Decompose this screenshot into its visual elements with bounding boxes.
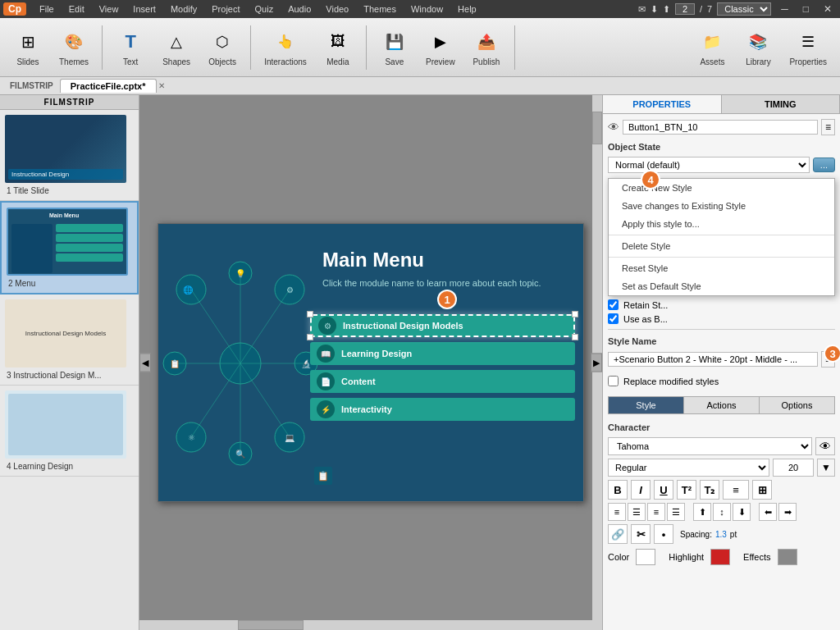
obj-menu-btn[interactable]: ≡ <box>821 119 835 135</box>
use-as-checkbox[interactable] <box>608 313 619 324</box>
menu-modify[interactable]: Modify <box>164 2 203 16</box>
h-scrollbar-thumb[interactable] <box>238 620 304 630</box>
style-tab-options[interactable]: Options <box>760 397 834 413</box>
extra-icon: 📋 <box>314 467 332 485</box>
font-size-down-btn[interactable]: ▼ <box>817 459 835 477</box>
hyperlink-btn[interactable]: 🔗 <box>608 524 628 544</box>
menu-file[interactable]: File <box>33 2 61 16</box>
underline-btn[interactable]: U <box>654 480 673 500</box>
slide-btn-2[interactable]: 📖 Learning Design <box>310 342 575 365</box>
bold-btn[interactable]: B <box>608 480 628 500</box>
slide-btn-3[interactable]: 📄 Content <box>310 370 575 393</box>
font-size-input[interactable] <box>773 459 814 477</box>
maximize-button[interactable]: □ <box>798 3 814 15</box>
toolbar-slides[interactable]: ⊞ Slides <box>7 25 49 70</box>
superscript-btn[interactable]: T² <box>677 480 696 500</box>
text-right-btn[interactable]: ➡ <box>778 503 797 521</box>
color-swatch[interactable] <box>636 549 655 565</box>
state-dropdown[interactable]: Normal (default) <box>608 157 810 173</box>
v-align-top-btn[interactable]: ⬆ <box>693 503 711 521</box>
ctx-set-default[interactable]: Set as Default Style <box>609 277 834 295</box>
toolbar-assets[interactable]: 📁 Assets <box>691 25 733 70</box>
ctx-reset-style[interactable]: Reset Style <box>609 259 834 277</box>
obj-name-input[interactable] <box>623 120 818 135</box>
toolbar-preview[interactable]: ▶ Preview <box>419 25 462 70</box>
retain-state-checkbox[interactable] <box>608 299 619 310</box>
toolbar-interactions[interactable]: 👆 Interactions <box>258 25 313 70</box>
style-tab-actions[interactable]: Actions <box>684 397 760 413</box>
slide-subtitle: Click the module name to learn more abou… <box>322 278 541 288</box>
slide-thumb-3: Instructional Design Models <box>5 299 126 368</box>
menu-edit[interactable]: Edit <box>62 2 91 16</box>
highlight-swatch[interactable] <box>710 549 730 565</box>
list-indent-btn[interactable]: ⊞ <box>752 480 772 500</box>
menu-video[interactable]: Video <box>319 2 355 16</box>
toolbar-themes[interactable]: 🎨 Themes <box>52 25 95 70</box>
align-right-btn[interactable]: ≡ <box>647 503 665 521</box>
menu-project[interactable]: Project <box>205 2 246 16</box>
eye-preview-btn[interactable]: 👁 <box>815 437 835 455</box>
align-center-btn[interactable]: ☰ <box>628 503 646 521</box>
v-align-mid-btn[interactable]: ↕ <box>713 503 731 521</box>
canvas-area: ◀ ▶ <box>139 95 602 630</box>
menu-window[interactable]: Window <box>404 2 450 16</box>
page-number-input[interactable]: 2 <box>675 3 695 15</box>
effects-swatch[interactable] <box>778 549 797 565</box>
menu-help[interactable]: Help <box>451 2 483 16</box>
list-style-btn[interactable]: ≡ <box>723 480 749 500</box>
italic-btn[interactable]: I <box>631 480 651 500</box>
font-dropdown[interactable]: Tahoma <box>608 437 812 455</box>
ctx-save-existing[interactable]: Save changes to Existing Style <box>609 197 834 215</box>
eye-icon[interactable]: 👁 <box>608 121 619 134</box>
slide-btn-1[interactable]: ⚙ Instructional Design Models <box>310 314 575 337</box>
themes-label: Themes <box>59 57 89 66</box>
filmstrip-item-1[interactable]: Instructional Design 1 Title Slide <box>0 110 139 201</box>
ctx-apply-style[interactable]: Apply this style to... <box>609 215 834 233</box>
btn4-icon: ⚡ <box>317 400 335 418</box>
menu-themes[interactable]: Themes <box>357 2 403 16</box>
replace-modified-checkbox[interactable] <box>608 376 619 386</box>
align-justify-btn[interactable]: ☰ <box>667 503 685 521</box>
toolbar-library[interactable]: 📚 Library <box>737 25 779 70</box>
toolbar-properties[interactable]: ☰ Properties <box>783 25 833 70</box>
menu-view[interactable]: View <box>93 2 126 16</box>
style-name-input[interactable] <box>608 352 818 367</box>
state-ellipsis-btn[interactable]: ... <box>813 158 835 172</box>
close-button[interactable]: ✕ <box>819 3 837 15</box>
toolbar-publish[interactable]: 📤 Publish <box>465 25 508 70</box>
file-tab[interactable]: PracticeFile.cptx* <box>60 79 157 93</box>
tab-properties[interactable]: PROPERTIES <box>603 95 722 113</box>
canvas-scrollbar-h[interactable] <box>139 620 592 630</box>
bullets-btn[interactable]: • <box>654 524 673 544</box>
tab-close-icon[interactable]: ✕ <box>158 81 165 90</box>
menu-audio[interactable]: Audio <box>281 2 317 16</box>
toolbar-shapes[interactable]: △ Shapes <box>155 25 198 70</box>
toolbar-media[interactable]: 🖼 Media <box>317 25 359 70</box>
slide-btn-4[interactable]: ⚡ Interactivity <box>310 398 575 421</box>
text-left-btn[interactable]: ⬅ <box>759 503 777 521</box>
minimize-button[interactable]: ─ <box>776 3 793 15</box>
toolbar-objects[interactable]: ⬡ Objects <box>201 25 244 70</box>
media-icon: 🖼 <box>325 29 351 55</box>
tab-timing[interactable]: TIMING <box>722 95 841 113</box>
slide-thumb-2: Main Menu <box>7 208 128 276</box>
scroll-right-btn[interactable]: ▶ <box>591 354 602 372</box>
toolbar-text[interactable]: T Text <box>109 25 152 70</box>
preset-dropdown[interactable]: Classic <box>717 2 771 16</box>
style-tab-style[interactable]: Style <box>609 397 684 413</box>
toolbar-save[interactable]: 💾 Save <box>373 25 416 70</box>
ctx-delete-style[interactable]: Delete Style <box>609 237 834 255</box>
scroll-left-btn[interactable]: ◀ <box>139 354 151 372</box>
align-left-btn[interactable]: ≡ <box>608 503 626 521</box>
filmstrip-item-4[interactable]: 4 Learning Design <box>0 386 139 477</box>
subscript-btn[interactable]: T₂ <box>700 480 719 500</box>
menu-insert[interactable]: Insert <box>126 2 162 16</box>
remove-link-btn[interactable]: ✂ <box>631 524 651 544</box>
filmstrip-item-3[interactable]: Instructional Design Models 3 Instructio… <box>0 294 139 386</box>
font-style-dropdown[interactable]: Regular <box>608 459 769 477</box>
scrollbar-thumb[interactable] <box>592 112 602 144</box>
obj-state-row: Normal (default) ... <box>608 157 835 173</box>
v-align-bot-btn[interactable]: ⬇ <box>733 503 751 521</box>
menu-quiz[interactable]: Quiz <box>249 2 281 16</box>
filmstrip-item-2[interactable]: Main Menu 2 Menu <box>0 201 139 294</box>
